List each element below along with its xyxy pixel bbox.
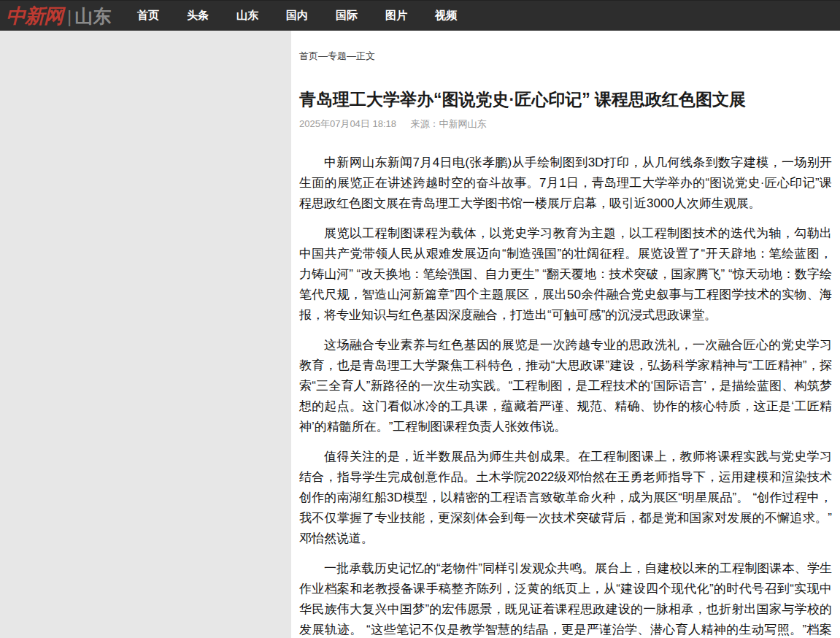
- article-paragraph-3: 这场融合专业素养与红色基因的展览是一次跨越专业的思政洗礼，一次融合匠心的党史学习…: [299, 335, 832, 437]
- nav-item-shandong[interactable]: 山东: [236, 9, 258, 23]
- article-title: 青岛理工大学举办“图说党史·匠心印记” 课程思政红色图文展: [299, 90, 832, 109]
- breadcrumb-topic-link[interactable]: 专题: [328, 50, 347, 61]
- breadcrumb: 首页—专题—正文: [299, 51, 832, 61]
- article-source: 来源：中新网山东: [411, 118, 487, 129]
- breadcrumb-current-page: 正文: [356, 50, 375, 61]
- nav-item-international[interactable]: 国际: [336, 9, 358, 23]
- article-content-area: 首页—专题—正文 青岛理工大学举办“图说党史·匠心印记” 课程思政红色图文展 2…: [291, 31, 840, 638]
- breadcrumb-home-link[interactable]: 首页: [299, 50, 318, 61]
- publish-date: 2025年07月04日 18:18: [299, 118, 396, 129]
- breadcrumb-separator: —: [347, 50, 356, 61]
- breadcrumb-separator: —: [318, 50, 328, 61]
- nav-item-photos[interactable]: 图片: [385, 9, 407, 23]
- article-body: 中新网山东新闻7月4日电(张孝鹏)从手绘制图到3D打印，从几何线条到数字建模，一…: [299, 153, 832, 638]
- logo-zhongxinwang-text: 中新网: [6, 6, 63, 26]
- top-nav-bar: 中新网 | 山东 首页 头条 山东 国内 国际 图片 视频: [0, 0, 840, 31]
- article-paragraph-2: 展览以工程制图课程为载体，以党史学习教育为主题，以工程制图技术的迭代为轴，勾勒出…: [299, 223, 832, 326]
- main-nav: 首页 头条 山东 国内 国际 图片 视频: [137, 9, 485, 23]
- site-logo[interactable]: 中新网 | 山东: [6, 6, 121, 26]
- article-paragraph-5: 一批承载历史记忆的“老物件”同样引发观众共鸣。展台上，自建校以来的工程制图课本、…: [299, 558, 832, 638]
- nav-item-video[interactable]: 视频: [435, 9, 457, 23]
- article-meta: 2025年07月04日 18:18 来源：中新网山东: [299, 119, 832, 129]
- nav-item-home[interactable]: 首页: [137, 9, 159, 23]
- article-paragraph-4: 值得关注的是，近半数展品为师生共创成果。在工程制图课上，教师将课程实践与党史学习…: [299, 447, 832, 549]
- logo-separator: |: [67, 8, 72, 26]
- logo-region-shandong: 山东: [74, 7, 111, 26]
- nav-item-domestic[interactable]: 国内: [286, 9, 308, 23]
- article-paragraph-1: 中新网山东新闻7月4日电(张孝鹏)从手绘制图到3D打印，从几何线条到数字建模，一…: [299, 153, 832, 214]
- nav-item-headlines[interactable]: 头条: [187, 9, 209, 23]
